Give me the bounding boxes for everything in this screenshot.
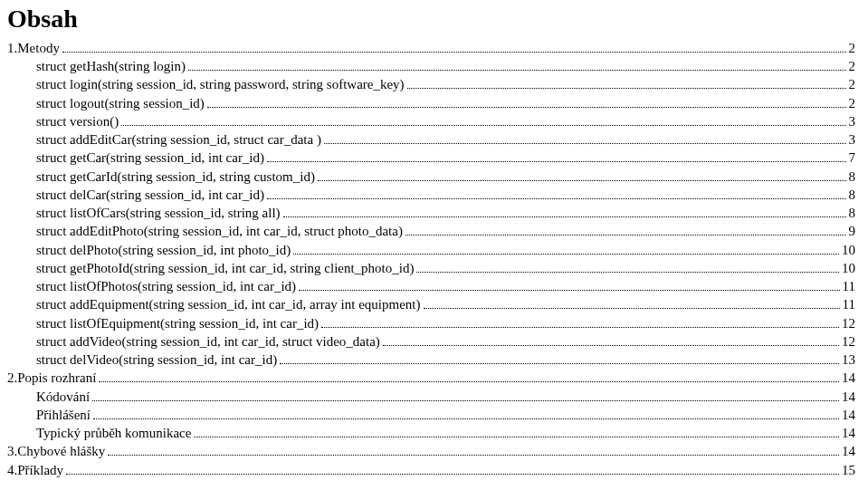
toc-label: 2.Popis rozhraní [7,369,96,387]
toc-entry: struct version()3 [7,112,855,130]
toc-entry: 3.Chybové hlášky14 [7,442,855,460]
toc-entry: struct getPhotoId(string session_id, int… [7,259,855,277]
toc-dot-leader [121,115,845,126]
toc-dot-leader [62,42,846,53]
toc-label: struct delCar(string session_id, int car… [36,186,264,204]
toc-dot-leader [188,60,846,71]
toc-dot-leader [207,96,846,107]
toc-entry: 1.Metody2 [7,39,855,57]
toc-entry: struct listOfEquipment(string session_id… [7,314,855,332]
toc-dot-leader [424,298,840,309]
toc-entry: struct login(string session_id, string p… [7,75,855,93]
toc-page-number: 10 [842,259,855,277]
toc-label: struct listOfCars(string session_id, str… [36,204,281,222]
toc-entry: struct delCar(string session_id, int car… [7,186,855,204]
toc-page-number: 2 [849,57,856,75]
toc-entry: struct addEditPhoto(string session_id, i… [7,222,855,240]
toc-page-number: 14 [842,442,855,460]
toc-page-number: 3 [849,112,856,130]
toc-entry: Kódování14 [7,388,855,406]
toc-label: Kódování [36,388,90,406]
toc-page-number: 8 [849,204,856,222]
toc-dot-leader [321,316,839,327]
toc-page-number: 14 [842,388,855,406]
toc-dot-leader [283,207,846,217]
toc-page-number: 12 [842,314,855,332]
toc-dot-leader [93,408,839,419]
toc-page-number: 10 [842,241,855,259]
toc-entry: struct delVideo(string session_id, int c… [7,351,855,369]
toc-label: struct getHash(string login) [36,57,186,75]
toc-dot-leader [267,188,845,199]
toc-entry: 2.Popis rozhraní14 [7,369,855,387]
toc-dot-leader [318,169,846,180]
toc-page-number: 8 [849,168,856,186]
toc-label: struct login(string session_id, string p… [36,75,405,93]
toc-dot-leader [267,151,845,162]
toc-label: struct getCar(string session_id, int car… [36,149,264,167]
toc-entry: struct getCar(string session_id, int car… [7,149,855,167]
document-title: Obsah [7,5,855,34]
toc-page-number: 14 [842,406,855,424]
toc-page-number: 8 [849,186,856,204]
toc-page-number: 13 [842,351,855,369]
toc-page-number: 3 [849,130,856,149]
toc-dot-leader [99,371,839,382]
toc-page-number: 11 [843,277,855,295]
toc-page-number: 14 [842,369,855,387]
toc-dot-leader [299,280,839,291]
toc-label: struct listOfPhotos(string session_id, i… [36,277,296,295]
toc-dot-leader [280,353,839,364]
toc-label: struct addVideo(string session_id, int c… [36,332,380,351]
toc-label: Přihlášení [36,406,91,424]
toc-dot-leader [324,133,846,144]
document-page: Obsah 1.Metody2struct getHash(string log… [0,0,868,479]
toc-container: 1.Metody2struct getHash(string login)2st… [7,39,855,479]
toc-entry: struct addEditCar(string session_id, str… [7,130,855,149]
toc-label: struct version() [36,112,119,130]
toc-label: 1.Metody [7,39,60,57]
toc-label: struct logout(string session_id) [36,94,205,112]
toc-dot-leader [108,445,839,456]
toc-label: struct listOfEquipment(string session_id… [36,314,319,332]
toc-dot-leader [383,335,839,346]
toc-dot-leader [66,463,839,474]
toc-page-number: 2 [849,39,856,57]
toc-dot-leader [416,262,839,273]
toc-label: struct addEditCar(string session_id, str… [36,130,321,149]
toc-page-number: 2 [849,75,856,93]
toc-label: Typický průběh komunikace [36,424,191,442]
toc-entry: Typický průběh komunikace14 [7,424,855,442]
toc-label: struct delPhoto(string session_id, int p… [36,241,291,259]
toc-label: struct addEditPhoto(string session_id, i… [36,222,403,240]
toc-dot-leader [405,225,846,235]
toc-label: struct getCarId(string session_id, strin… [36,168,315,186]
toc-page-number: 14 [842,424,855,442]
toc-label: struct delVideo(string session_id, int c… [36,351,277,369]
toc-page-number: 15 [842,461,855,479]
toc-entry: struct listOfCars(string session_id, str… [7,204,855,222]
toc-entry: struct getHash(string login)2 [7,57,855,75]
toc-dot-leader [194,427,839,437]
toc-label: 3.Chybové hlášky [7,442,105,460]
toc-page-number: 11 [843,295,855,313]
toc-entry: Přihlášení14 [7,406,855,424]
toc-entry: struct addVideo(string session_id, int c… [7,332,855,351]
toc-entry: struct listOfPhotos(string session_id, i… [7,277,855,295]
toc-entry: struct logout(string session_id)2 [7,94,855,112]
toc-entry: 4.Příklady15 [7,461,855,479]
toc-entry: struct getCarId(string session_id, strin… [7,168,855,186]
toc-label: struct getPhotoId(string session_id, int… [36,259,414,277]
toc-page-number: 2 [849,94,856,112]
toc-entry: struct delPhoto(string session_id, int p… [7,241,855,259]
toc-page-number: 9 [849,222,856,240]
toc-label: struct addEquipment(string session_id, i… [36,295,421,313]
toc-dot-leader [92,389,839,400]
toc-page-number: 7 [849,149,856,167]
toc-page-number: 12 [842,332,855,351]
toc-dot-leader [293,243,839,254]
toc-entry: struct addEquipment(string session_id, i… [7,295,855,313]
toc-dot-leader [407,78,846,89]
toc-label: 4.Příklady [7,461,63,479]
